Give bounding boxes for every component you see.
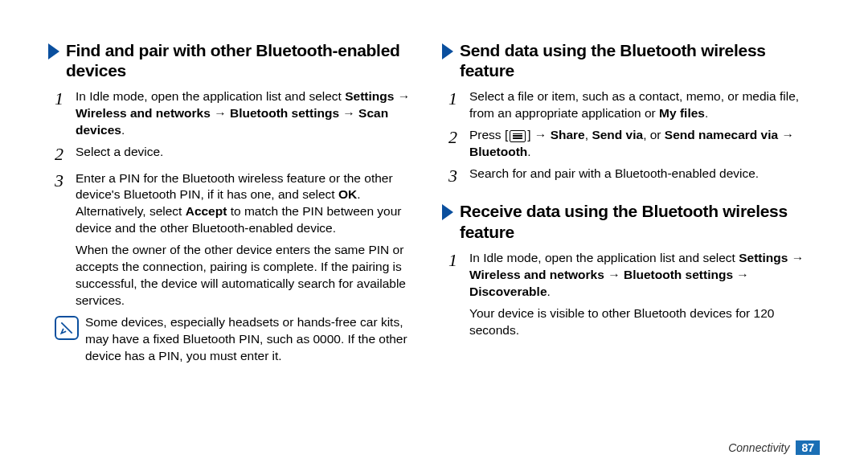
note: Some devices, especially headsets or han…	[48, 314, 426, 365]
bold-share: Share	[551, 128, 585, 141]
step-number: 1	[448, 250, 469, 301]
bold-namecard: Send namecard via	[665, 128, 778, 141]
chevron-icon	[442, 43, 453, 59]
step-body: Select a file or item, such as a contact…	[469, 88, 820, 122]
step-body: Enter a PIN for the Bluetooth wireless f…	[76, 170, 426, 238]
text: Select a file or item, such as a contact…	[469, 89, 799, 120]
menu-key-icon	[510, 130, 526, 142]
heading-text: Find and pair with other Bluetooth-enabl…	[66, 40, 426, 80]
send-step-2: 2 Press [] → Share, Send via, or Send na…	[442, 127, 820, 161]
step-body: Select a device.	[76, 144, 163, 165]
step-3: 3 Enter a PIN for the Bluetooth wireless…	[48, 170, 426, 238]
left-column: Find and pair with other Bluetooth-enabl…	[40, 32, 434, 455]
text: ] →	[527, 128, 550, 141]
step-number: 3	[448, 166, 469, 186]
text: →	[778, 128, 794, 141]
chevron-icon	[442, 204, 453, 220]
chevron-icon	[48, 43, 59, 59]
text: In Idle mode, open the application list …	[469, 251, 739, 264]
text: .	[547, 285, 551, 298]
text: .	[121, 123, 125, 137]
bold-bluetooth: Bluetooth	[469, 145, 527, 158]
note-body: Some devices, especially headsets or han…	[85, 314, 426, 365]
send-step-1: 1 Select a file or item, such as a conta…	[442, 88, 820, 122]
page: Find and pair with other Bluetooth-enabl…	[0, 0, 868, 471]
step-number: 2	[55, 144, 76, 165]
step-number: 1	[448, 88, 469, 122]
send-step-3: 3 Search for and pair with a Bluetooth-e…	[442, 166, 820, 186]
bold-myfiles: My files	[659, 106, 705, 120]
step-body: In Idle mode, open the application list …	[76, 88, 426, 139]
text: .	[705, 106, 708, 120]
step-number: 1	[55, 88, 76, 139]
step-number: 3	[55, 170, 76, 238]
section-heading-pair: Find and pair with other Bluetooth-enabl…	[48, 40, 426, 80]
step-3-continuation: When the owner of the other device enter…	[48, 242, 426, 309]
step-1: 1 In Idle mode, open the application lis…	[48, 88, 426, 139]
section-heading-send: Send data using the Bluetooth wireless f…	[442, 40, 820, 80]
right-column: Send data using the Bluetooth wireless f…	[434, 32, 828, 455]
step-body: In Idle mode, open the application list …	[469, 250, 820, 301]
text: Press [	[469, 128, 508, 141]
step-number: 2	[448, 127, 469, 161]
footer-section: Connectivity	[728, 441, 789, 454]
step-body: Search for and pair with a Bluetooth-ena…	[469, 166, 759, 186]
text: In Idle mode, open the application list …	[76, 89, 345, 103]
footer-page-number: 87	[796, 440, 820, 455]
bold-accept: Accept	[186, 204, 227, 218]
step-2: 2 Select a device.	[48, 144, 426, 165]
text: , or	[643, 128, 665, 141]
note-icon	[55, 316, 79, 340]
page-footer: Connectivity 87	[728, 440, 820, 455]
text: .	[527, 145, 530, 158]
heading-text: Receive data using the Bluetooth wireles…	[460, 201, 820, 241]
section-heading-receive: Receive data using the Bluetooth wireles…	[442, 201, 820, 241]
step-body: Press [] → Share, Send via, or Send name…	[469, 127, 820, 161]
recv-step-1-continuation: Your device is visible to other Bluetoot…	[442, 305, 820, 339]
heading-text: Send data using the Bluetooth wireless f…	[460, 40, 820, 80]
bold-ok: OK	[338, 187, 357, 201]
bold-sendvia: Send via	[592, 128, 643, 141]
recv-step-1: 1 In Idle mode, open the application lis…	[442, 250, 820, 301]
